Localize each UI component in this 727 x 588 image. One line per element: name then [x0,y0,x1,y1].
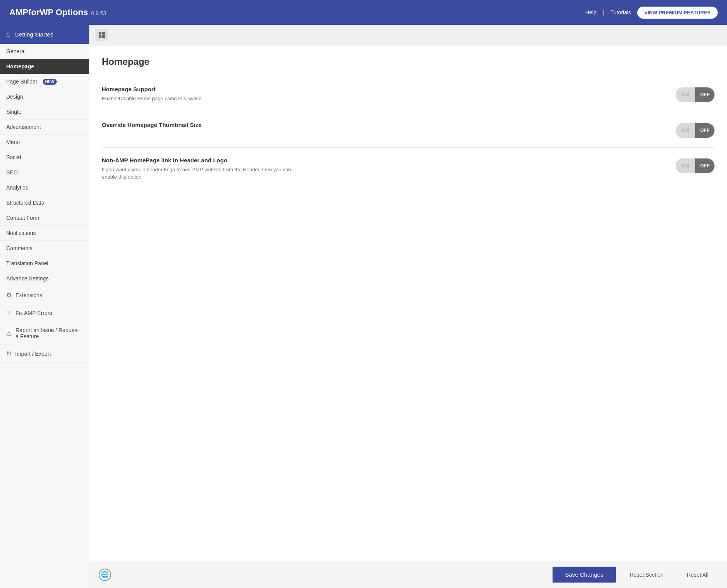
setting-desc-homepage-support: Enable/Disable Home page using this swit… [102,95,304,103]
gear-icon: ⚙ [6,291,12,299]
setting-info-homepage-support: Homepage Support Enable/Disable Home pag… [102,86,304,103]
fix-icon: ☞ [6,309,12,317]
sidebar-item-page-builder[interactable]: Page Builder NEW [0,74,89,89]
header-branding: AMPforWP Options 0.9.53 [9,7,106,17]
sidebar-item-notifications[interactable]: Notifications [0,226,89,241]
sidebar: ⌂ Getting Started General Homepage Page … [0,25,89,588]
sidebar-item-translation-panel[interactable]: Translation Panel [0,256,89,271]
setting-non-amp-homepage-link: Non-AMP HomePage link in Header and Logo… [102,148,715,190]
toggle-on-override-thumbnail[interactable]: ON [676,123,695,138]
sidebar-item-fix-amp-errors[interactable]: ☞ Fix AMP Errors [0,304,89,322]
toggle-non-amp-homepage-link[interactable]: ON OFF [676,158,715,173]
sidebar-item-social[interactable]: Social [0,150,89,165]
reset-section-button[interactable]: Reset Section [621,567,673,583]
sidebar-item-import-export[interactable]: ↻ Import / Export [0,345,89,363]
setting-info-override-thumbnail: Override Homepage Thumbnail Size [102,122,304,130]
content-footer: 🌐 Save Changes Reset Section Reset All [89,561,727,588]
main-layout: ⌂ Getting Started General Homepage Page … [0,25,727,588]
sidebar-getting-started-label: Getting Started [14,31,54,38]
svg-rect-0 [99,32,101,35]
sidebar-item-contact-form[interactable]: Contact Form [0,210,89,226]
content-body: Homepage Homepage Support Enable/Disable… [89,45,727,561]
page-title: Homepage [102,56,715,67]
sidebar-item-design[interactable]: Design [0,89,89,104]
new-badge: NEW [43,79,56,85]
svg-rect-2 [99,35,101,38]
toggle-homepage-support[interactable]: ON OFF [676,87,715,102]
toggle-off-override-thumbnail[interactable]: OFF [695,123,715,138]
setting-label-override-thumbnail: Override Homepage Thumbnail Size [102,122,304,128]
toggle-on-homepage-support[interactable]: ON [676,87,695,102]
toggle-on-non-amp-homepage-link[interactable]: ON [676,158,695,173]
sidebar-item-getting-started[interactable]: ⌂ Getting Started [0,25,89,44]
setting-homepage-support: Homepage Support Enable/Disable Home pag… [102,77,715,112]
sidebar-item-report-issue[interactable]: ⚠ Report an Issue / Request a Feature [0,322,89,345]
app-header: AMPforWP Options 0.9.53 Help | Tutorials… [0,0,727,25]
sidebar-item-single[interactable]: Single [0,104,89,120]
toggle-off-non-amp-homepage-link[interactable]: OFF [695,158,715,173]
setting-label-non-amp-homepage-link: Non-AMP HomePage link in Header and Logo [102,157,304,164]
setting-label-homepage-support: Homepage Support [102,86,304,92]
tutorials-link[interactable]: Tutorials [610,9,631,16]
help-link[interactable]: Help [585,9,596,16]
warning-icon: ⚠ [6,330,12,337]
sidebar-item-menu[interactable]: Menu [0,135,89,150]
home-icon: ⌂ [6,30,10,38]
toggle-off-homepage-support[interactable]: OFF [695,87,715,102]
reset-all-button[interactable]: Reset All [678,567,718,583]
sidebar-item-advertisement[interactable]: Advertisement [0,120,89,135]
content-toolbar [89,25,727,45]
sidebar-item-seo[interactable]: SEO [0,165,89,180]
refresh-icon: ↻ [6,350,11,357]
sidebar-item-analytics[interactable]: Analytics [0,180,89,195]
save-changes-button[interactable]: Save Changes [553,567,615,583]
footer-world-icon: 🌐 [99,569,111,581]
setting-desc-non-amp-homepage-link: If you want users in header to go to non… [102,166,304,181]
toolbar-grid-icon[interactable] [96,29,108,41]
sidebar-item-extensions[interactable]: ⚙ Extensions [0,286,89,304]
main-content: Homepage Homepage Support Enable/Disable… [89,25,727,588]
svg-rect-3 [102,35,105,38]
header-divider: | [603,9,604,16]
premium-button[interactable]: VIEW PREMIUM FEATURES [637,7,718,19]
sidebar-item-homepage[interactable]: Homepage [0,59,89,74]
setting-override-thumbnail: Override Homepage Thumbnail Size ON OFF [102,112,715,148]
sidebar-item-advance-settings[interactable]: Advance Settings [0,271,89,286]
sidebar-item-structured-data[interactable]: Structured Data [0,195,89,210]
toggle-override-thumbnail[interactable]: ON OFF [676,123,715,138]
svg-rect-1 [102,32,105,35]
app-title: AMPforWP Options [9,7,88,17]
header-actions: Help | Tutorials VIEW PREMIUM FEATURES [585,7,718,19]
setting-info-non-amp-homepage-link: Non-AMP HomePage link in Header and Logo… [102,157,304,181]
footer-left: 🌐 [99,569,548,581]
sidebar-item-comments[interactable]: Comments [0,241,89,256]
sidebar-item-general[interactable]: General [0,44,89,59]
app-version: 0.9.53 [91,10,106,16]
